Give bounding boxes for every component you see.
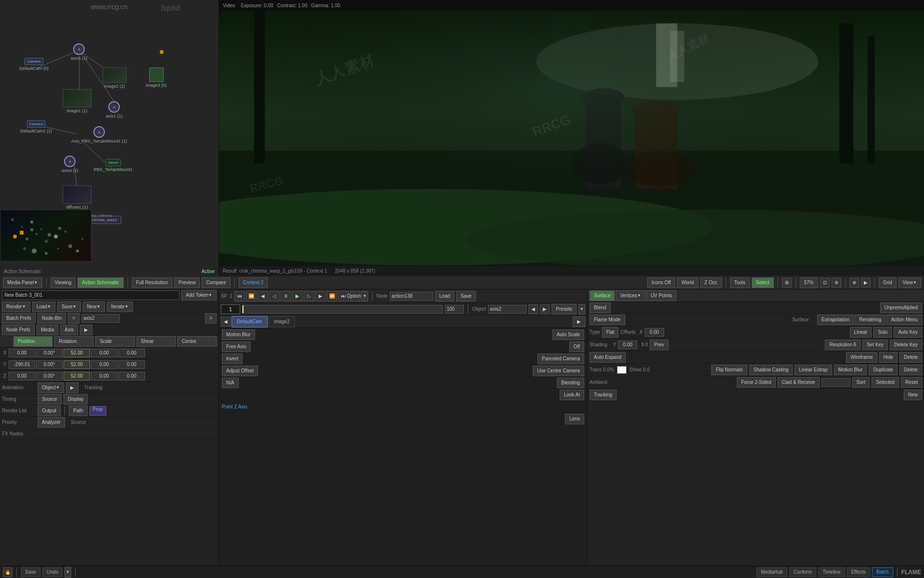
save-batch-btn[interactable]: Save xyxy=(57,302,81,312)
motion-blur-btn[interactable]: Motion Blur xyxy=(222,329,255,340)
cam-tabs-collapse[interactable]: ◀ xyxy=(221,317,231,327)
hide-btn[interactable]: Hide xyxy=(879,352,898,363)
context2-btn[interactable]: Context 2 xyxy=(239,277,268,288)
action-menu-btn[interactable]: Action Menu xyxy=(886,315,922,325)
node-image2[interactable]: image2 (2) xyxy=(103,67,127,89)
x-shear-input[interactable] xyxy=(91,349,117,357)
next-frame-btn[interactable]: ⏩ xyxy=(327,291,337,302)
duplicate-btn[interactable]: Duplicate xyxy=(869,365,898,375)
more-btn[interactable]: ▶ xyxy=(861,278,871,288)
node-axis4[interactable]: A axis4 (1) xyxy=(62,156,78,173)
to-start-btn[interactable]: ⏮ xyxy=(234,291,245,302)
save-bottom-btn[interactable]: Save xyxy=(21,567,40,577)
flat-btn[interactable]: Flat xyxy=(602,327,619,338)
batch-btn[interactable]: Batch xyxy=(872,567,893,577)
rotation-tab[interactable]: Rotation xyxy=(54,336,93,347)
viewing-btn[interactable]: Viewing xyxy=(51,277,76,288)
media-btn[interactable]: Media xyxy=(37,325,58,335)
sort-btn[interactable]: Sort xyxy=(852,377,870,388)
cam-tab-image2[interactable]: image2 xyxy=(269,316,295,328)
timeline-btn[interactable]: Timeline xyxy=(818,567,845,577)
blending-btn[interactable]: Blending xyxy=(557,378,584,388)
prev-btn-surface[interactable]: Prev xyxy=(650,340,668,350)
surface-tab[interactable]: Surface xyxy=(590,290,615,301)
delete-btn[interactable]: Delete xyxy=(899,352,922,363)
full-resolution-btn[interactable]: Full Resolution xyxy=(132,277,172,288)
z-occ-btn[interactable]: Z Occ xyxy=(700,277,722,288)
obj-next-btn[interactable]: ▶ xyxy=(540,304,550,314)
add-token-btn[interactable]: Add Token xyxy=(181,290,217,301)
tracking-btn[interactable]: Tracking xyxy=(590,390,616,400)
play-fwd-btn[interactable]: ▷ xyxy=(304,291,314,302)
parented-cam-btn[interactable]: Parented Camera xyxy=(538,354,584,364)
presets-arrow[interactable]: ▼ xyxy=(578,304,585,315)
node-diffuse1[interactable]: diffuse1 (1) xyxy=(63,185,91,210)
viewport-panel[interactable]: Video Exposure: 0.00 Contrast: 1.00 Gamm… xyxy=(219,0,924,276)
y-pos-input[interactable] xyxy=(9,360,35,369)
linear-btn[interactable]: Linear xyxy=(850,327,872,338)
flame-icon-btn[interactable]: 🔥 xyxy=(3,567,13,577)
zoom-in-btn[interactable]: ⊕ xyxy=(832,278,841,288)
display-btn[interactable]: Display xyxy=(64,394,88,405)
node-bin-btn[interactable]: Node-Bin xyxy=(38,313,66,324)
linear-extrap-btn[interactable]: Linear Extrap xyxy=(795,365,832,375)
y-rot-input[interactable] xyxy=(36,360,63,369)
trans-color-swatch[interactable] xyxy=(617,366,627,374)
delete-key-btn[interactable]: Delete Key xyxy=(890,340,922,350)
effects-btn[interactable]: Effects xyxy=(847,567,870,577)
node-pbs-terrain[interactable]: Geom PBS_TerrainMount1 xyxy=(94,159,133,172)
new-btn[interactable]: New xyxy=(83,302,105,312)
y-offset-input[interactable] xyxy=(618,341,637,349)
node-axis-pbs[interactable]: A Axis_PBS_TerrainMount1 (1) xyxy=(71,126,127,144)
auto-key-btn[interactable]: Auto Key xyxy=(894,327,922,338)
invert-btn[interactable]: Invert xyxy=(222,354,243,364)
look-at-btn[interactable]: Look At xyxy=(560,390,584,400)
free-axis-btn[interactable]: Free Axis xyxy=(222,342,251,352)
conform-btn[interactable]: Conform xyxy=(789,567,816,577)
new-surface-btn[interactable]: New xyxy=(904,390,922,400)
step-back-btn[interactable]: ◀ xyxy=(257,291,268,302)
action-schematic-btn[interactable]: Action Schematic xyxy=(77,277,123,288)
vertices-tab[interactable]: Vertices xyxy=(616,290,645,301)
z-centre-input[interactable] xyxy=(118,372,145,381)
play-btn[interactable]: ▶ xyxy=(292,291,303,302)
node-camera1[interactable]: Camera DefaultCam (0) xyxy=(19,58,49,71)
analyzer-btn[interactable]: Analyzer xyxy=(38,417,65,428)
grid-btn[interactable]: Grid xyxy=(879,277,897,288)
path-btn[interactable]: Path xyxy=(69,406,88,416)
pause-btn[interactable]: ⏸ xyxy=(281,291,291,302)
batch-expand-btn[interactable]: > xyxy=(205,313,217,324)
prop-btn[interactable]: Prop xyxy=(90,406,106,416)
x-offset-input[interactable] xyxy=(645,328,664,337)
position-tab[interactable]: Position xyxy=(13,336,52,347)
motion-blur-surface-btn[interactable]: Motion Blur xyxy=(834,365,867,375)
y-scale-input[interactable] xyxy=(64,360,90,369)
z-rot-input[interactable] xyxy=(36,372,63,381)
icons-off-btn[interactable]: Icons Off xyxy=(647,277,675,288)
play-back-btn[interactable]: ◁ xyxy=(269,291,280,302)
rendering-btn[interactable]: Rendering xyxy=(855,315,886,325)
obj-prev-btn[interactable]: ◀ xyxy=(528,304,538,314)
adjust-offset-btn[interactable]: Adjust Offset xyxy=(222,366,258,376)
resolution-6-btn[interactable]: Resolution 6 xyxy=(825,340,860,350)
off-btn[interactable]: Off xyxy=(569,342,584,352)
extrapolation-btn[interactable]: Extrapolation xyxy=(817,315,854,325)
options-arrow[interactable]: ▼ xyxy=(361,291,368,302)
node-prefs-btn[interactable]: Node Prefs xyxy=(2,325,35,335)
auto-expand-btn[interactable]: Auto Expand xyxy=(590,352,626,363)
object-name-input[interactable] xyxy=(488,305,526,314)
shear-tab[interactable]: Shear xyxy=(137,336,176,347)
x-pos-input[interactable] xyxy=(9,349,35,357)
use-centre-cam-btn[interactable]: Use Centre Camera xyxy=(533,366,584,376)
batch-prefs-btn[interactable]: Batch Prefs xyxy=(2,313,36,324)
lens-btn[interactable]: Lens xyxy=(565,414,584,424)
batch-name-input[interactable] xyxy=(2,290,180,300)
wireframe-btn[interactable]: Wireframe xyxy=(846,352,877,363)
view-btn[interactable]: View xyxy=(898,277,921,288)
y-centre-input[interactable] xyxy=(118,360,145,369)
flame-mode-btn[interactable]: Flame Mode xyxy=(590,315,625,325)
force-2-sided-btn[interactable]: Force 2-Sided xyxy=(737,377,776,388)
selected-btn[interactable]: Selected xyxy=(872,377,899,388)
save-node-btn[interactable]: Save xyxy=(456,291,476,302)
node-axis1[interactable]: A axis1 (1) xyxy=(106,101,123,118)
